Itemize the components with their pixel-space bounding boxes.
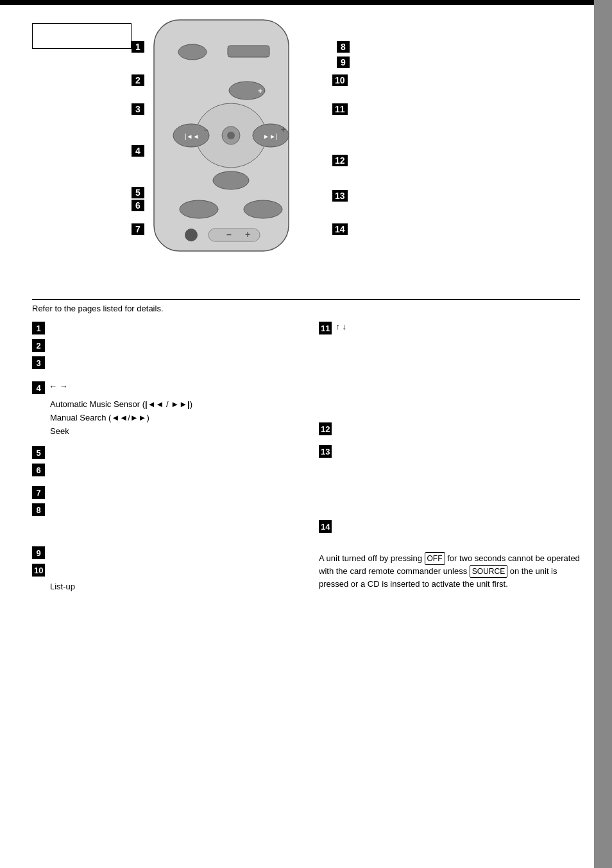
svg-point-12 bbox=[213, 171, 249, 189]
svg-rect-2 bbox=[228, 46, 269, 57]
item-8: 8 bbox=[32, 503, 293, 516]
svg-point-1 bbox=[178, 44, 207, 60]
right-column: 11 ↑ ↓ 12 13 14 A unit turned off bbox=[319, 321, 580, 596]
note-source-key: SOURCE bbox=[470, 565, 507, 578]
badge-2: 2 bbox=[32, 339, 45, 352]
badge-12: 12 bbox=[319, 422, 332, 435]
svg-point-15 bbox=[180, 200, 218, 218]
note-text-1: A unit turned off by pressing bbox=[319, 553, 425, 563]
item-1: 1 bbox=[32, 321, 293, 334]
diag-label-11: 11 bbox=[332, 103, 348, 115]
svg-text:+: + bbox=[258, 87, 262, 96]
diag-label-5: 5 bbox=[132, 187, 144, 198]
badge-8: 8 bbox=[32, 503, 45, 516]
item-6: 6 bbox=[32, 463, 293, 476]
description-grid: 1 2 3 4 ← → Automatic Music Sensor (|◄◄ … bbox=[32, 321, 580, 596]
diag-label-3: 3 bbox=[132, 103, 144, 115]
svg-text:–: – bbox=[226, 229, 232, 239]
item-11: 11 ↑ ↓ bbox=[319, 321, 580, 334]
item-10: 10 bbox=[32, 563, 293, 577]
badge-1: 1 bbox=[32, 322, 45, 334]
diag-label-9: 9 bbox=[337, 56, 350, 68]
desc-4: ← → bbox=[49, 381, 68, 392]
badge-4: 4 bbox=[32, 381, 45, 394]
badge-5: 5 bbox=[32, 446, 45, 459]
item-14: 14 bbox=[319, 519, 580, 533]
sub-items-4: Automatic Music Sensor (|◄◄ / ►►|) Manua… bbox=[50, 398, 293, 438]
sub-items-10: List-up bbox=[50, 580, 293, 594]
badge-7: 7 bbox=[32, 486, 45, 499]
diag-label-7: 7 bbox=[132, 223, 144, 235]
svg-text:|◄◄: |◄◄ bbox=[185, 133, 199, 140]
item-2: 2 bbox=[32, 338, 293, 352]
item-12: 12 bbox=[319, 422, 580, 435]
diag-label-13: 13 bbox=[332, 190, 348, 202]
svg-point-17 bbox=[185, 229, 198, 241]
item-13: 13 bbox=[319, 444, 580, 458]
badge-6: 6 bbox=[32, 464, 45, 476]
sub-item-listup: List-up bbox=[50, 580, 293, 594]
badge-13: 13 bbox=[319, 445, 332, 458]
sub-item-ams: Automatic Music Sensor (|◄◄ / ►►|) bbox=[50, 398, 293, 412]
item-9: 9 bbox=[32, 546, 293, 559]
sub-item-seek: Seek bbox=[50, 425, 293, 438]
badge-10: 10 bbox=[32, 564, 45, 577]
diag-label-14: 14 bbox=[332, 223, 348, 235]
item-4: 4 ← → bbox=[32, 381, 293, 394]
svg-text:+: + bbox=[245, 229, 250, 239]
section-divider bbox=[32, 299, 580, 300]
svg-text:–: – bbox=[204, 125, 208, 134]
right-sidebar-bar bbox=[594, 0, 612, 868]
remote-svg: + |◄◄ ►►| – + bbox=[135, 17, 327, 269]
svg-text:+: + bbox=[281, 125, 285, 134]
badge-9: 9 bbox=[32, 546, 45, 559]
note-box: A unit turned off by pressing OFF for tw… bbox=[319, 552, 580, 591]
desc-11: ↑ ↓ bbox=[336, 321, 346, 333]
diag-label-1: 1 bbox=[132, 41, 144, 53]
label-box bbox=[32, 23, 132, 49]
diag-label-8: 8 bbox=[337, 41, 350, 53]
diag-label-6: 6 bbox=[132, 200, 144, 211]
item-7: 7 bbox=[32, 485, 293, 499]
left-column: 1 2 3 4 ← → Automatic Music Sensor (|◄◄ … bbox=[32, 321, 293, 596]
svg-point-7 bbox=[227, 132, 235, 139]
diag-label-2: 2 bbox=[132, 74, 144, 86]
top-border bbox=[0, 0, 612, 5]
svg-rect-18 bbox=[208, 229, 260, 241]
item-3: 3 bbox=[32, 356, 293, 369]
sub-item-manual: Manual Search (◄◄/►►) bbox=[50, 412, 293, 425]
svg-point-16 bbox=[244, 200, 282, 218]
svg-text:►►|: ►►| bbox=[263, 133, 277, 140]
item-5: 5 bbox=[32, 446, 293, 459]
badge-3: 3 bbox=[32, 356, 45, 369]
diag-label-12: 12 bbox=[332, 155, 348, 166]
diag-label-10: 10 bbox=[332, 74, 348, 86]
reference-text: Refer to the pages listed for details. bbox=[32, 304, 580, 313]
remote-diagram: + |◄◄ ►►| – + bbox=[32, 10, 580, 286]
diag-label-4: 4 bbox=[132, 145, 144, 157]
note-off-key: OFF bbox=[425, 552, 445, 565]
badge-14: 14 bbox=[319, 520, 332, 533]
badge-11: 11 bbox=[319, 322, 332, 334]
